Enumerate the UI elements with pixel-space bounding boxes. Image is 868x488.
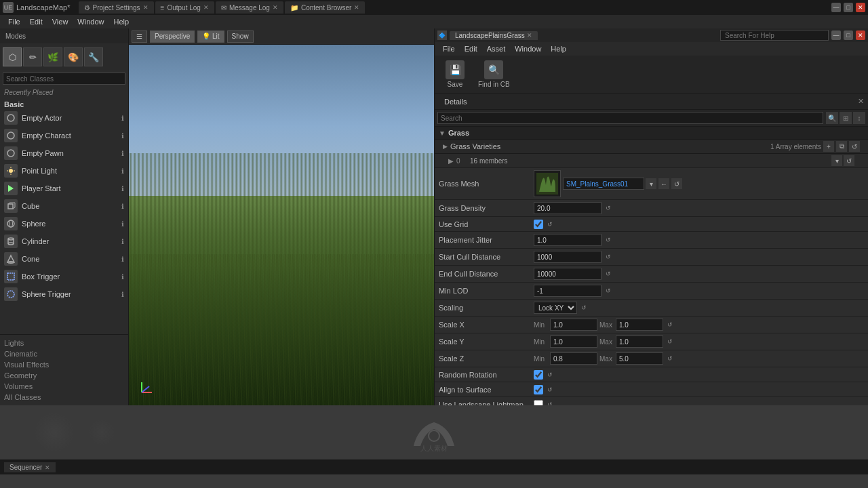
scale-y-min-input[interactable]: [550, 336, 597, 348]
menu-help[interactable]: Help: [109, 16, 133, 27]
copy-variety-btn[interactable]: ⧉: [836, 141, 847, 152]
list-item-cylinder[interactable]: Cylinder ℹ: [0, 232, 128, 250]
viewport-options-btn[interactable]: ☰: [132, 30, 147, 43]
menu-window[interactable]: Window: [73, 16, 108, 27]
scaling-select[interactable]: Lock XY Free Uniform: [534, 302, 577, 314]
category-all-classes[interactable]: All Classes: [0, 392, 128, 403]
list-item-player-start[interactable]: Player Start ℹ: [0, 180, 128, 197]
use-landscape-lightmap-reset[interactable]: ↺: [545, 400, 555, 406]
grass-section-header[interactable]: ▼ Grass: [435, 127, 868, 140]
grass-varieties-header[interactable]: ▶ Grass Varieties 1 Array elements + ⧉ ↺: [435, 140, 868, 154]
scale-z-max-input[interactable]: [616, 352, 663, 365]
perspective-btn[interactable]: Perspective: [150, 30, 195, 43]
list-item-cube[interactable]: Cube ℹ: [0, 197, 128, 215]
category-geometry[interactable]: Geometry: [0, 370, 128, 381]
tab-close-message[interactable]: ✕: [273, 4, 278, 11]
tab-close-content[interactable]: ✕: [354, 4, 359, 11]
save-tool-btn[interactable]: 💾 Save: [440, 58, 470, 91]
minimize-button[interactable]: —: [831, 3, 841, 12]
menu-file[interactable]: File: [4, 16, 24, 27]
place-btn-paint[interactable]: ✏: [23, 47, 42, 66]
mesh-dropdown-btn[interactable]: ▾: [646, 178, 656, 189]
grass-density-reset[interactable]: ↺: [604, 203, 613, 213]
tab-project-settings[interactable]: ⚙ Project Settings ✕: [79, 1, 154, 14]
tab-close-output[interactable]: ✕: [203, 4, 209, 11]
end-cull-input[interactable]: [534, 268, 601, 280]
menu-view[interactable]: View: [48, 16, 73, 27]
asset-menu-window[interactable]: Window: [511, 43, 545, 54]
list-item-box-trigger[interactable]: Box Trigger ℹ: [0, 268, 128, 285]
grass-mesh-input[interactable]: [563, 178, 644, 190]
use-landscape-lightmap-checkbox[interactable]: [534, 400, 543, 406]
details-search-input[interactable]: [437, 112, 823, 124]
details-close[interactable]: ✕: [858, 97, 864, 106]
list-item-empty-actor[interactable]: Empty Actor ℹ: [0, 109, 128, 127]
search-btn[interactable]: 🔍: [826, 112, 838, 124]
scale-x-max-input[interactable]: [616, 319, 663, 331]
maximize-button[interactable]: □: [844, 3, 853, 12]
category-cinematic[interactable]: Cinematic: [0, 348, 128, 359]
close-button[interactable]: ✕: [856, 3, 865, 12]
tab-close-settings[interactable]: ✕: [143, 4, 149, 11]
asset-close[interactable]: ✕: [856, 30, 865, 40]
member-expand[interactable]: ▶: [448, 157, 454, 165]
align-surface-reset[interactable]: ↺: [545, 385, 555, 394]
list-item-sphere-trigger[interactable]: Sphere Trigger ℹ: [0, 285, 128, 303]
start-cull-input[interactable]: [534, 251, 601, 263]
mesh-browse-btn[interactable]: ←: [658, 178, 669, 189]
asset-menu-asset[interactable]: Asset: [483, 43, 510, 54]
place-btn-foliage[interactable]: 🌿: [43, 47, 62, 66]
end-cull-reset[interactable]: ↺: [604, 269, 613, 279]
list-item-sphere[interactable]: Sphere ℹ: [0, 215, 128, 232]
asset-menu-file[interactable]: File: [439, 43, 459, 54]
list-item-point-light[interactable]: Point Light ℹ: [0, 162, 128, 180]
member-reset-btn[interactable]: ↺: [844, 155, 854, 166]
place-btn-geometry[interactable]: 🔧: [84, 47, 103, 66]
list-item-empty-charact[interactable]: Empty Charact ℹ: [0, 127, 128, 144]
show-btn[interactable]: Show: [227, 30, 254, 43]
search-input[interactable]: [3, 73, 125, 85]
place-btn-brush[interactable]: 🎨: [64, 47, 83, 66]
random-rotation-checkbox[interactable]: [534, 370, 543, 380]
category-lights[interactable]: Lights: [0, 338, 128, 348]
mesh-reset-btn[interactable]: ↺: [671, 178, 682, 189]
random-rotation-reset[interactable]: ↺: [545, 370, 555, 380]
scaling-reset[interactable]: ↺: [579, 303, 589, 312]
align-surface-checkbox[interactable]: [534, 385, 543, 394]
sort-btn[interactable]: ↕: [853, 112, 865, 124]
asset-tab-close[interactable]: ✕: [527, 32, 532, 39]
list-item-empty-pawn[interactable]: Empty Pawn ℹ: [0, 144, 128, 162]
add-variety-btn[interactable]: +: [823, 141, 834, 152]
asset-help-search[interactable]: [720, 30, 829, 41]
scale-z-reset[interactable]: ↺: [665, 354, 675, 363]
asset-maximize[interactable]: □: [844, 30, 853, 40]
sequencer-close[interactable]: ✕: [45, 464, 50, 471]
category-volumes[interactable]: Volumes: [0, 381, 128, 392]
lit-btn[interactable]: 💡 Lit: [197, 30, 224, 43]
scale-y-max-input[interactable]: [616, 336, 663, 348]
scale-x-min-input[interactable]: [550, 319, 597, 331]
placement-jitter-input[interactable]: [534, 234, 601, 246]
place-btn-select[interactable]: ⬡: [3, 47, 22, 66]
use-grid-reset[interactable]: ↺: [545, 220, 555, 229]
asset-minimize[interactable]: —: [831, 30, 841, 40]
member-dropdown-btn[interactable]: ▾: [831, 155, 842, 166]
asset-menu-help[interactable]: Help: [547, 43, 570, 54]
placement-jitter-reset[interactable]: ↺: [604, 235, 613, 245]
grass-density-input[interactable]: [534, 202, 601, 214]
reset-variety-btn[interactable]: ↺: [849, 141, 860, 152]
tab-message-log[interactable]: ✉ Message Log ✕: [216, 1, 283, 14]
scale-x-reset[interactable]: ↺: [665, 320, 675, 329]
use-grid-checkbox[interactable]: [534, 220, 543, 229]
min-lod-input[interactable]: [534, 285, 601, 297]
list-item-cone[interactable]: Cone ℹ: [0, 250, 128, 268]
category-visual-effects[interactable]: Visual Effects: [0, 359, 128, 370]
scale-z-min-input[interactable]: [550, 352, 597, 365]
details-tab[interactable]: Details: [439, 96, 473, 107]
filter-btn[interactable]: ⊞: [840, 112, 852, 124]
min-lod-reset[interactable]: ↺: [604, 286, 613, 296]
find-in-cb-btn[interactable]: 🔍 Find in CB: [473, 58, 515, 91]
sequencer-tab[interactable]: Sequencer ✕: [4, 462, 56, 472]
tab-output-log[interactable]: ≡ Output Log ✕: [155, 1, 214, 14]
scale-y-reset[interactable]: ↺: [665, 337, 675, 346]
